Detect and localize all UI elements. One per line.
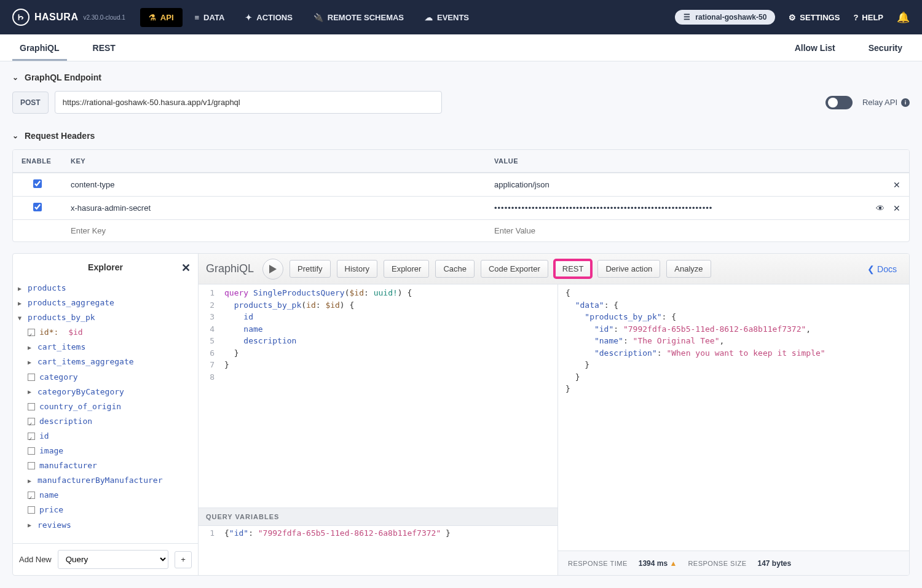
nav-settings[interactable]: ⚙SETTINGS (789, 13, 840, 22)
explorer-footer: Add New Query + (13, 543, 198, 575)
tree-item-products-by-pk[interactable]: ▼products_by_pk (18, 310, 193, 325)
tree-item-category[interactable]: category (18, 370, 193, 385)
add-new-select[interactable]: Query (58, 550, 168, 569)
result-viewer[interactable]: { "data": { "products_by_pk": { "id": "7… (558, 284, 909, 551)
bell-icon[interactable]: 🔔 (897, 11, 910, 24)
relay-toggle[interactable] (825, 96, 853, 109)
response-size-label: RESPONSE SIZE (688, 560, 746, 567)
plug-icon: 🔌 (313, 13, 323, 22)
analyze-button[interactable]: Analyze (666, 260, 711, 278)
new-header-key-input[interactable] (71, 226, 477, 235)
derive-action-button[interactable]: Derive action (597, 260, 660, 278)
docs-button[interactable]: ❮Docs (862, 264, 902, 274)
query-variables-heading[interactable]: QUERY VARIABLES (199, 508, 558, 526)
info-icon[interactable]: i (901, 98, 910, 107)
checkbox-icon[interactable] (28, 447, 35, 455)
sub-nav: GraphiQL REST Allow List Security (0, 34, 922, 61)
tree-item-name[interactable]: name (18, 488, 193, 503)
nav-actions[interactable]: ✦ACTIONS (237, 8, 301, 27)
checkbox-icon[interactable] (28, 403, 35, 410)
header-value[interactable]: ••••••••••••••••••••••••••••••••••••••••… (494, 203, 712, 213)
tree-item-image[interactable]: image (18, 444, 193, 458)
header-key[interactable]: x-hasura-admin-secret (62, 197, 486, 219)
header-key[interactable]: content-type (62, 174, 486, 195)
checkbox-icon[interactable] (28, 374, 35, 381)
nav-help[interactable]: ?HELP (853, 13, 883, 22)
endpoint-section-toggle[interactable]: ⌄ GraphQL Endpoint (12, 73, 910, 82)
new-header-value-input[interactable] (494, 226, 900, 235)
checkbox-icon[interactable] (28, 506, 35, 514)
checkbox-icon[interactable] (28, 329, 35, 336)
header-value[interactable]: application/json (494, 180, 550, 189)
tree-item-products[interactable]: ▶products (18, 281, 193, 296)
nav-help-label: HELP (862, 13, 883, 22)
add-new-button[interactable]: + (175, 551, 192, 568)
chevron-down-icon: ⌄ (12, 73, 18, 82)
code-exporter-button[interactable]: Code Exporter (481, 260, 548, 278)
explorer-panel: Explorer ✕ ▶products ▶products_aggregate… (13, 254, 199, 575)
tab-security[interactable]: Security (861, 37, 910, 61)
database-icon: ≡ (195, 13, 200, 22)
endpoint-row: POST https://rational-goshawk-50.hasura.… (12, 91, 910, 114)
help-icon: ? (853, 13, 858, 22)
tree-item-products-aggregate[interactable]: ▶products_aggregate (18, 296, 193, 310)
prettify-button[interactable]: Prettify (290, 260, 330, 278)
tree-item-reviews[interactable]: ▶reviews (18, 518, 193, 533)
close-icon[interactable]: ✕ (181, 261, 191, 275)
nav-remote-schemas[interactable]: 🔌REMOTE SCHEMAS (305, 8, 412, 27)
add-new-label: Add New (19, 555, 52, 564)
actions-icon: ✦ (245, 13, 252, 22)
cache-button[interactable]: Cache (435, 260, 475, 278)
tree-item-id[interactable]: id (18, 429, 193, 444)
tab-allow-list[interactable]: Allow List (787, 37, 843, 61)
tree-arg-id[interactable]: id*: $id (18, 325, 193, 340)
checkbox-icon[interactable] (28, 433, 35, 440)
checkbox-icon[interactable] (28, 492, 35, 499)
tree-item-cart-items[interactable]: ▶cart_items (18, 340, 193, 355)
flask-icon: ⚗ (149, 13, 156, 22)
nav-api[interactable]: ⚗API (140, 8, 183, 27)
nav-data-label: DATA (203, 13, 224, 22)
enable-checkbox[interactable] (33, 179, 42, 188)
enable-checkbox[interactable] (33, 203, 42, 211)
relay-label: Relay APIi (862, 98, 910, 107)
tab-graphiql[interactable]: GraphiQL (12, 37, 67, 61)
endpoint-url[interactable]: https://rational-goshawk-50.hasura.app/v… (55, 91, 442, 114)
tree-item-price[interactable]: price (18, 503, 193, 517)
header-row-new (13, 219, 909, 241)
rest-button[interactable]: REST (554, 260, 592, 278)
tree-item-description[interactable]: description (18, 414, 193, 429)
history-button[interactable]: History (337, 260, 377, 278)
response-size-value: 147 bytes (758, 559, 792, 568)
project-selector[interactable]: ☰ rational-goshawk-50 (675, 10, 775, 25)
tree-item-manufacturer[interactable]: manufacturer (18, 458, 193, 473)
tree-item-cart-items-aggregate[interactable]: ▶cart_items_aggregate (18, 355, 193, 369)
execute-button[interactable] (262, 259, 283, 280)
tree-item-country[interactable]: country_of_origin (18, 399, 193, 414)
top-nav: HASURA v2.30.0-cloud.1 ⚗API ≡DATA ✦ACTIO… (0, 0, 922, 34)
query-variables-editor[interactable]: 1 {"id": "7992fdfa-65b5-11ed-8612-6a8b11… (199, 526, 558, 575)
col-key: KEY (62, 150, 486, 172)
tree-item-manufacturer-by-manufacturer[interactable]: ▶manufacturerByManufacturer (18, 473, 193, 488)
graphiql-toolbar: GraphiQL Prettify History Explorer Cache… (199, 254, 909, 284)
delete-icon[interactable]: ✕ (893, 203, 900, 213)
checkbox-icon[interactable] (28, 418, 35, 425)
query-editor-pane: 12345678 query SingleProductsQuery($id: … (199, 284, 558, 575)
tree-item-category-by-category[interactable]: ▶categoryByCategory (18, 385, 193, 399)
checkbox-icon[interactable] (28, 462, 35, 469)
nav-events[interactable]: ☁EVENTS (416, 8, 478, 27)
explorer-button[interactable]: Explorer (384, 260, 429, 278)
tab-rest[interactable]: REST (85, 37, 123, 61)
query-editor[interactable]: 12345678 query SingleProductsQuery($id: … (199, 284, 558, 508)
right-nav: ⚙SETTINGS ?HELP 🔔 (789, 11, 910, 24)
eye-icon[interactable]: 👁 (876, 203, 885, 213)
project-name: rational-goshawk-50 (695, 13, 766, 22)
chevron-left-icon: ❮ (867, 264, 875, 274)
nav-data[interactable]: ≡DATA (186, 8, 234, 27)
delete-icon[interactable]: ✕ (893, 180, 900, 190)
warning-icon: ▲ (669, 559, 677, 568)
nav-actions-label: ACTIONS (256, 13, 293, 22)
hasura-logo-icon (12, 9, 30, 26)
explorer-tree: ▶products ▶products_aggregate ▼products_… (13, 278, 198, 543)
headers-section-toggle[interactable]: ⌄ Request Headers (12, 131, 910, 141)
